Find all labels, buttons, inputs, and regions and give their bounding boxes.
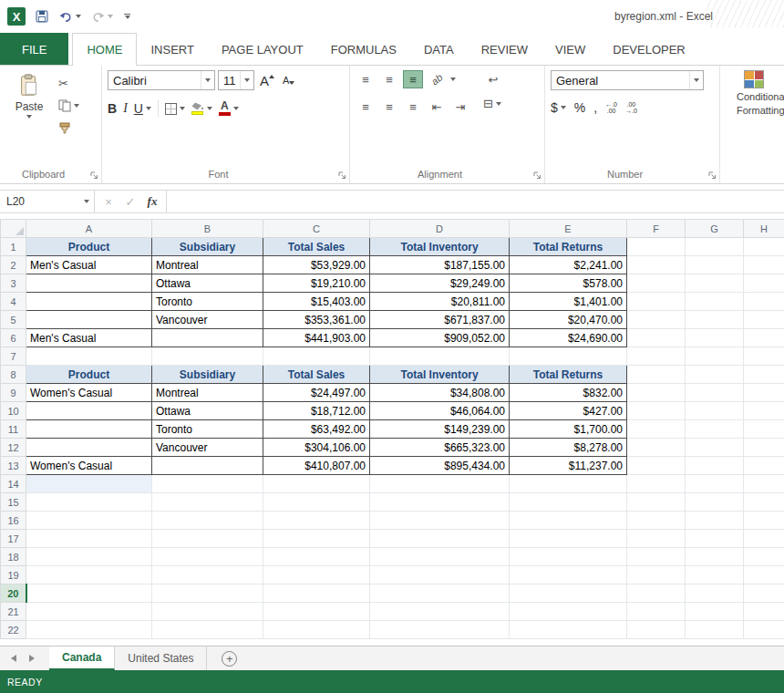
- sheet-nav-left-icon[interactable]: [11, 655, 16, 662]
- cell-D10[interactable]: $46,064.00: [370, 402, 510, 420]
- copy-button[interactable]: [58, 97, 79, 115]
- cell-G4[interactable]: [686, 293, 744, 311]
- orientation-dropdown-icon[interactable]: [450, 78, 456, 81]
- cell-F3[interactable]: [627, 274, 686, 293]
- name-box[interactable]: L20: [0, 191, 95, 212]
- cell-B14[interactable]: [152, 475, 263, 493]
- sheet-nav-right-icon[interactable]: [29, 655, 35, 662]
- cell-H2[interactable]: [744, 256, 784, 274]
- cell-A8[interactable]: Product: [26, 366, 152, 384]
- column-header-E[interactable]: E: [510, 220, 627, 238]
- orientation-button[interactable]: ab: [427, 70, 447, 88]
- cell-G15[interactable]: [686, 493, 744, 512]
- cell-E1[interactable]: Total Returns: [510, 238, 627, 256]
- copy-dropdown-icon[interactable]: [74, 104, 79, 108]
- cell-H17[interactable]: [744, 530, 784, 548]
- row-header-13[interactable]: 13: [1, 457, 26, 475]
- cell-B16[interactable]: [152, 512, 263, 530]
- cell-F1[interactable]: [627, 238, 686, 256]
- row-header-11[interactable]: 11: [1, 420, 26, 439]
- cell-F10[interactable]: [627, 402, 686, 420]
- cell-G1[interactable]: [686, 238, 744, 256]
- cell-F12[interactable]: [627, 439, 686, 457]
- cell-A2[interactable]: Men's Casual: [26, 256, 152, 274]
- cell-D9[interactable]: $34,808.00: [370, 384, 510, 402]
- bottom-align-button[interactable]: ≡: [403, 70, 423, 88]
- decrease-indent-button[interactable]: ⇤: [427, 98, 447, 116]
- cell-H8[interactable]: [744, 366, 784, 384]
- cell-A5[interactable]: [26, 311, 152, 329]
- cell-A6[interactable]: Men's Casual: [26, 329, 152, 347]
- cell-E3[interactable]: $578.00: [510, 274, 627, 293]
- cell-D6[interactable]: $909,052.00: [370, 329, 510, 347]
- merge-center-button[interactable]: ⊟: [483, 97, 503, 110]
- increase-decimal-button[interactable]: ←.0 .00: [605, 101, 617, 115]
- cell-H11[interactable]: [744, 420, 784, 439]
- cell-D11[interactable]: $149,239.00: [370, 420, 510, 439]
- cell-E8[interactable]: Total Returns: [510, 366, 627, 384]
- cell-F15[interactable]: [627, 493, 686, 512]
- cell-H5[interactable]: [744, 311, 784, 329]
- row-header-14[interactable]: 14: [1, 475, 26, 493]
- cell-D7[interactable]: [370, 347, 510, 366]
- cell-E21[interactable]: [510, 603, 627, 621]
- cell-B13[interactable]: [152, 457, 263, 475]
- cell-A10[interactable]: [26, 402, 152, 420]
- tab-page-layout[interactable]: PAGE LAYOUT: [208, 33, 317, 66]
- cell-B19[interactable]: [152, 566, 263, 584]
- accounting-dropdown-icon[interactable]: [561, 106, 566, 109]
- cell-E15[interactable]: [510, 493, 627, 512]
- borders-dropdown-icon[interactable]: [180, 107, 185, 110]
- name-box-dropdown-icon[interactable]: [79, 191, 94, 212]
- merge-center-dropdown-icon[interactable]: [496, 102, 501, 106]
- cell-G12[interactable]: [686, 439, 744, 457]
- cell-D4[interactable]: $20,811.00: [370, 293, 510, 311]
- cell-G17[interactable]: [686, 530, 744, 548]
- number-dialog-launcher-icon[interactable]: [707, 171, 717, 180]
- customize-qat-button[interactable]: [124, 14, 130, 19]
- cell-F20[interactable]: [627, 584, 686, 603]
- cell-B20[interactable]: [152, 584, 263, 603]
- fill-color-button[interactable]: [191, 102, 212, 115]
- cell-H18[interactable]: [744, 548, 784, 566]
- cell-G11[interactable]: [686, 420, 744, 439]
- cell-A11[interactable]: [26, 420, 152, 439]
- cell-C7[interactable]: [263, 347, 370, 366]
- cell-D3[interactable]: $29,249.00: [370, 274, 510, 293]
- cell-E19[interactable]: [510, 566, 627, 584]
- formula-input[interactable]: [167, 191, 784, 212]
- number-format-combo[interactable]: General: [551, 70, 704, 90]
- cell-G6[interactable]: [686, 329, 744, 347]
- cell-E7[interactable]: [510, 347, 627, 366]
- cell-G2[interactable]: [686, 256, 744, 274]
- cell-C16[interactable]: [263, 512, 370, 530]
- row-header-12[interactable]: 12: [1, 439, 26, 457]
- cell-H16[interactable]: [744, 512, 784, 530]
- row-header-20[interactable]: 20: [1, 584, 26, 603]
- cell-F18[interactable]: [627, 548, 686, 566]
- cell-G7[interactable]: [686, 347, 744, 366]
- cell-D5[interactable]: $671,837.00: [370, 311, 510, 329]
- undo-button[interactable]: [58, 10, 81, 24]
- cell-F13[interactable]: [627, 457, 686, 475]
- cell-H12[interactable]: [744, 439, 784, 457]
- cell-H20[interactable]: [744, 584, 784, 603]
- cell-D13[interactable]: $895,434.00: [370, 457, 510, 475]
- save-button[interactable]: [35, 9, 49, 24]
- cell-E6[interactable]: $24,690.00: [510, 329, 627, 347]
- cell-E14[interactable]: [510, 475, 627, 493]
- cut-button[interactable]: ✂: [58, 74, 79, 92]
- cell-D15[interactable]: [370, 493, 510, 512]
- cell-B17[interactable]: [152, 530, 263, 548]
- cell-D1[interactable]: Total Inventory: [370, 238, 510, 256]
- cell-E10[interactable]: $427.00: [510, 402, 627, 420]
- cell-B9[interactable]: Montreal: [152, 384, 263, 402]
- align-center-button[interactable]: ≡: [379, 98, 399, 116]
- underline-dropdown-icon[interactable]: [146, 107, 151, 110]
- cell-E13[interactable]: $11,237.00: [510, 457, 627, 475]
- redo-button[interactable]: [90, 10, 113, 24]
- row-header-6[interactable]: 6: [1, 329, 26, 347]
- cell-E17[interactable]: [510, 530, 627, 548]
- cell-C14[interactable]: [263, 475, 370, 493]
- cell-A21[interactable]: [26, 603, 152, 621]
